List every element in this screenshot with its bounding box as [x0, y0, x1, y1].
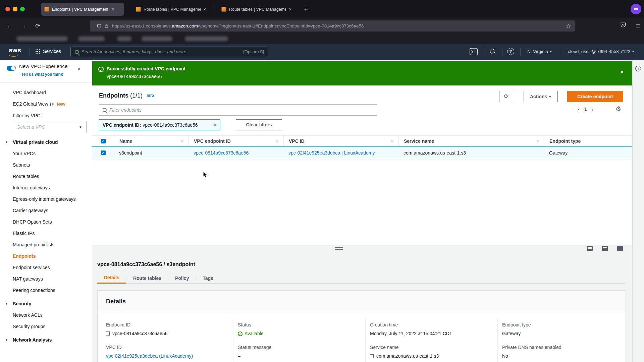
window-close-button[interactable] [5, 7, 10, 11]
browser-tab-route-tables-2[interactable]: Route tables | VPC Managemen × [218, 3, 295, 16]
copy-icon[interactable] [370, 354, 374, 358]
tab-close-icon[interactable]: × [112, 7, 114, 12]
redacted-bookmark[interactable] [142, 36, 172, 41]
sidebar-section-virtual-private-cloud[interactable]: ▼Virtual private cloud [0, 138, 92, 146]
notifications-bell-icon[interactable] [489, 48, 496, 57]
column-header-vpc-endpoint-id[interactable]: VPC endpoint ID▽ [189, 136, 283, 146]
sidebar-item-nat-gateways[interactable]: NAT gateways [0, 275, 80, 283]
sidebar-item-subnets[interactable]: Subnets [0, 161, 80, 169]
services-menu-button[interactable]: Services [43, 49, 61, 54]
success-check-icon: ✓ [98, 67, 104, 72]
redacted-bookmark[interactable] [16, 36, 68, 41]
info-panel-icon[interactable]: i [635, 66, 641, 71]
table-row[interactable]: ✓ s3endpoint vpce-0814a9cc373c6ae56 vpc-… [92, 146, 632, 159]
vpc-id-link[interactable]: vpc-02f41e925ea3debca (LinuxAcademy) [106, 353, 193, 359]
sidebar-banner-close-icon[interactable]: × [77, 66, 81, 72]
endpoint-id-link[interactable]: vpce-0814a9cc373c6ae56 [194, 150, 249, 156]
address-bar[interactable]: https://us-east-1.console.aws.amazon.com… [90, 20, 575, 32]
sidebar-item-egress-only-internet-gateways[interactable]: Egress-only internet gateways [0, 195, 80, 203]
filter-endpoints-input-box[interactable] [99, 104, 377, 116]
select-all-checkbox[interactable]: ✓ [101, 139, 106, 143]
tab-tags[interactable]: Tags [196, 274, 220, 283]
create-endpoint-button[interactable]: Create endpoint [567, 91, 623, 102]
new-tab-button[interactable]: + [301, 5, 311, 14]
bookmark-star-icon[interactable]: ☆ [566, 23, 571, 29]
actions-dropdown-button[interactable]: Actions ▼ [524, 91, 558, 102]
sidebar-item-network-acls[interactable]: Network ACLs [0, 311, 80, 319]
tab-route-tables[interactable]: Route tables [126, 274, 168, 283]
browser-tab-endpoints[interactable]: Endpoints | VPC Management C × [41, 3, 124, 16]
filter-endpoints-input[interactable] [109, 107, 374, 113]
row-checkbox[interactable]: ✓ [101, 150, 106, 155]
tab-details[interactable]: Details [97, 273, 126, 284]
sidebar-item-dhcp-option-sets[interactable]: DHCP Option Sets [0, 218, 80, 226]
sidebar-item-endpoint-services[interactable]: Endpoint services [0, 263, 80, 272]
column-header-name[interactable]: Name▽ [114, 136, 189, 146]
private-dns-label: Private DNS names enabled [502, 345, 623, 350]
redacted-bookmark[interactable] [78, 36, 105, 41]
new-experience-toggle[interactable] [7, 66, 16, 71]
cloudshell-icon[interactable] [470, 48, 478, 57]
window-minimize-button[interactable] [13, 7, 17, 11]
container-profile-icon[interactable]: ∞ [631, 4, 641, 14]
info-link[interactable]: Info [147, 93, 154, 98]
aws-console-favicon [44, 7, 49, 12]
sidebar-item-carrier-gateways[interactable]: Carrier gateways [0, 206, 80, 215]
forward-button[interactable]: → [19, 21, 28, 31]
refresh-button[interactable]: ⟳ [499, 91, 513, 102]
sidebar-section-network-analysis[interactable]: ▼Network Analysis [0, 336, 92, 344]
tab-close-icon[interactable]: × [289, 7, 291, 12]
layout-full-panel-icon[interactable] [617, 246, 623, 251]
help-rail: i [632, 60, 644, 362]
copy-icon[interactable] [106, 331, 110, 336]
feedback-link[interactable]: Tell us what you think [21, 72, 63, 77]
sidebar-item-elastic-ips[interactable]: Elastic IPs [0, 229, 80, 238]
sidebar-section-security[interactable]: ▼Security [0, 299, 92, 308]
shield-icon[interactable] [97, 23, 102, 29]
tab-close-icon[interactable]: × [203, 7, 206, 12]
redacted-bookmark[interactable] [185, 36, 228, 41]
pocket-icon[interactable] [620, 21, 627, 29]
redacted-bookmark[interactable] [117, 36, 131, 41]
filter-token-remove-icon[interactable]: × [214, 122, 217, 128]
sidebar-item-security-groups[interactable]: Security groups [0, 322, 80, 331]
vpc-id-link[interactable]: vpc-02f41e925ea3debca | LinuxAcademy [288, 150, 375, 156]
aws-logo[interactable]: aws [9, 47, 21, 54]
column-header-vpc-id[interactable]: VPC ID▽ [283, 136, 398, 146]
next-page-icon[interactable]: › [592, 106, 593, 112]
column-header-service-name[interactable]: Service name▽ [398, 136, 544, 146]
sidebar-item-internet-gateways[interactable]: Internet gateways [0, 183, 80, 192]
back-button[interactable]: ← [5, 21, 14, 31]
menu-icon[interactable]: ≡ [636, 21, 640, 30]
table-settings-gear-icon[interactable]: ⚙ [615, 105, 621, 113]
sidebar-item-endpoints[interactable]: Endpoints [0, 252, 80, 260]
previous-page-icon[interactable]: ‹ [578, 106, 580, 112]
services-grid-icon [36, 49, 37, 50]
detail-panel-title: vpce-0814a9cc373c6ae56 / s3endpoint [97, 261, 195, 267]
region-menu[interactable]: N. Virginia ▼ [527, 49, 552, 54]
window-zoom-button[interactable] [20, 7, 25, 11]
column-header-endpoint-type[interactable]: Endpoint type [544, 136, 632, 146]
sidebar-item-ec2-global-view[interactable]: EC2 Global View↗New [0, 100, 80, 109]
sidebar-item-route-tables[interactable]: Route tables [0, 172, 80, 181]
help-icon[interactable]: ? [507, 48, 514, 55]
new-experience-title: New VPC Experience [19, 63, 67, 69]
layout-split-panel-icon[interactable] [602, 246, 608, 251]
account-menu[interactable]: cloud_user @ 7994-4558-7122 ▼ [568, 49, 635, 54]
cell-service-name: com.amazonaws.us-east-1.s3 [398, 147, 544, 159]
aws-search-box[interactable]: [Option+S] [70, 47, 268, 57]
lock-icon[interactable] [104, 23, 109, 29]
reload-button[interactable]: ⟳ [33, 21, 42, 31]
sidebar-item-your-vpcs[interactable]: Your VPCs [0, 149, 80, 158]
vpc-select[interactable]: Select a VPC ▼ [13, 121, 87, 133]
banner-close-icon[interactable]: × [620, 68, 624, 76]
sidebar-item-vpc-dashboard[interactable]: VPC dashboard [0, 88, 80, 97]
clear-filters-button[interactable]: Clear filters [236, 119, 282, 130]
browser-tab-route-tables-1[interactable]: Route tables | VPC Managemen × [132, 3, 210, 16]
sidebar-item-managed-prefix-lists[interactable]: Managed prefix lists [0, 240, 80, 249]
sidebar-item-peering-connections[interactable]: Peering connections [0, 286, 80, 295]
tab-policy[interactable]: Policy [168, 274, 196, 283]
aws-search-input[interactable] [82, 49, 243, 54]
split-panel-drag-handle[interactable] [335, 247, 343, 250]
layout-bottom-panel-icon[interactable] [587, 246, 593, 251]
